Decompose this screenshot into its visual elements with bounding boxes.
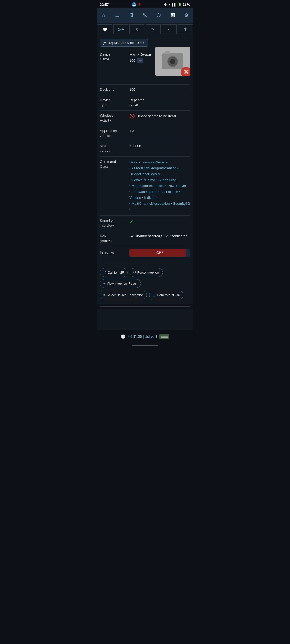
bottom-status-bar: 🕐 23:31:39 | Jobs: 1 ▬▬ — [97, 330, 193, 343]
action-buttons-row1: ↺ Call for NIF ↺ Force Interview ≡ View … — [100, 268, 190, 288]
interview-value: 93% — [129, 249, 190, 257]
device-id-value: 109 — [129, 87, 190, 92]
toolbar-config[interactable]: ⚙✦ — [113, 24, 128, 34]
gesture-bar — [97, 343, 193, 348]
battery-icon: 🔋 — [178, 3, 182, 6]
call-for-nif-button[interactable]: ↺ Call for NIF — [100, 268, 128, 277]
toolbar-scissors[interactable]: ✂ — [146, 24, 161, 34]
toolbar-terminal[interactable]: ›_ — [162, 24, 177, 34]
status-time: 23:57 — [100, 3, 109, 7]
action-buttons-container: ↺ Call for NIF ↺ Force Interview ≡ View … — [97, 264, 193, 304]
key-granted-row: Keygranted S2 Unauthenticated,S2 Authent… — [100, 231, 190, 246]
app-version-label: Applicationversion — [100, 129, 129, 138]
nav-database[interactable]: 🗄 — [124, 10, 138, 20]
sdk-version-row: SDKversion 7.11.00 — [100, 141, 190, 156]
toolbar-upload[interactable]: ⬆ — [178, 24, 193, 34]
interview-row: Interview 93% — [100, 246, 190, 259]
notification-badge: 12 — [132, 2, 136, 7]
command-class-powerlevel[interactable]: PowerLevel — [168, 184, 186, 188]
security-interview-label: Securityinterview — [100, 218, 129, 228]
command-class-indicator[interactable]: Indicator — [144, 196, 158, 200]
no-entry-icon: 🚫 — [129, 113, 135, 119]
device-type-value: Repeater Slave — [129, 98, 190, 107]
list-icon: ≡ — [103, 281, 106, 286]
clock-icon: 🕐 — [121, 334, 125, 339]
command-class-label: CommandClass — [100, 159, 129, 169]
edit-device-name-button[interactable]: ✏ — [137, 58, 143, 63]
device-type-row: DeviceType Repeater Slave — [100, 95, 190, 110]
nav-network[interactable]: ⬡ — [152, 10, 166, 20]
nav-sliders[interactable]: ⚌ — [110, 10, 124, 20]
device-name-number: 109 — [129, 58, 135, 63]
status-right: ⊖ ▼ ▌▌ 🔋 12 % — [164, 3, 190, 6]
command-class-supervision[interactable]: Supervision — [158, 178, 177, 182]
device-dropdown[interactable]: (#109) MainsDevice 109 ▼ — [100, 39, 148, 47]
device-name-value: MainsDevice 109 ✏ — [129, 52, 153, 63]
command-class-value: Basic • TransportService • AssociationGr… — [129, 159, 190, 213]
refresh2-icon: ↺ — [133, 270, 136, 275]
command-class-row: CommandClass Basic • TransportService • … — [100, 157, 190, 216]
refresh-icon: ↺ — [103, 270, 106, 275]
force-interview-button[interactable]: ↺ Force Interview — [130, 268, 163, 277]
app-version-value: 1.3 — [129, 129, 190, 133]
security-interview-value: ✓ — [129, 218, 190, 225]
interview-progress-bar: 93% — [129, 249, 190, 257]
command-class-firmwareupdate[interactable]: FirmwareUpdate — [132, 190, 157, 194]
generate-zddx-button[interactable]: ⊞ Generate ZDDX — [149, 291, 183, 299]
wireless-activity-value: 🚫 Device seems to be dead — [129, 113, 190, 119]
view-interview-result-button[interactable]: ≡ View Interview Result — [100, 279, 141, 288]
action-buttons-row2: ≡ Select Device Description ⊞ Generate Z… — [100, 291, 190, 299]
device-name-row: DeviceName MainsDevice 109 ✏ ✕ — [100, 49, 190, 85]
command-class-multichannelassociation[interactable]: MultiChannelAssociation — [132, 202, 170, 206]
command-class-manufacturerspecific[interactable]: ManufacturerSpecific — [132, 184, 164, 188]
interview-bar-label: 93% — [129, 250, 190, 255]
device-type-label: DeviceType — [100, 98, 129, 107]
nav-tools[interactable]: 🔧 — [138, 10, 152, 20]
device-name-label: DeviceName — [100, 52, 129, 62]
signal-icon: ▌▌ — [172, 3, 177, 6]
jobs-badge: ▬▬ — [160, 334, 169, 339]
toolbar-chat[interactable]: 💬 — [97, 24, 112, 34]
cmd-link-basic: Basic — [129, 160, 138, 164]
top-nav: ⌂ ⚌ 🗄 🔧 ⬡ 📊 ⚙ — [97, 8, 193, 23]
cmd-link-transport: TransportService — [141, 160, 168, 164]
error-x-icon: ✕ — [181, 67, 190, 76]
battery-percent: 12 % — [183, 3, 190, 6]
toolbar-share[interactable]: ⎋ — [129, 24, 144, 34]
command-class-zwaveplusinfo[interactable]: ZWavePlusInfo — [132, 178, 155, 182]
nav-home[interactable]: ⌂ — [97, 10, 110, 20]
device-dropdown-label: (#109) MainsDevice 109 — [103, 41, 141, 45]
device-id-label: Device Id — [100, 87, 129, 92]
camera-indicator — [137, 3, 141, 6]
command-class-deviceresetlocally[interactable]: DeviceResetLocally — [129, 172, 160, 176]
command-class-transportservice[interactable]: TransportService — [141, 160, 168, 164]
wireless-activity-label: WirelessActivity — [100, 113, 129, 123]
device-image: ✕ — [155, 47, 190, 79]
nav-chart[interactable]: 📊 — [166, 10, 179, 20]
sdk-version-label: SDKversion — [100, 144, 129, 153]
security-interview-row: Securityinterview ✓ — [100, 216, 190, 231]
status-bar: 23:57 12 ⊖ ▼ ▌▌ 🔋 12 % — [97, 0, 193, 8]
chevron-down-icon: ▼ — [142, 41, 145, 44]
security-check-icon: ✓ — [129, 219, 133, 224]
device-details-content: DeviceName MainsDevice 109 ✏ ✕ Device I — [97, 49, 193, 259]
command-class-securitys2[interactable]: SecurityS2 — [173, 202, 190, 206]
key-granted-label: Keygranted — [100, 234, 129, 243]
wireless-activity-row: WirelessActivity 🚫 Device seems to be de… — [100, 111, 190, 126]
content-divider — [100, 306, 190, 307]
key-granted-value: S2 Unauthenticated,S2 Authenticated — [129, 234, 190, 239]
app-version-row: Applicationversion 1.3 — [100, 126, 190, 141]
toolbar: 💬 ⚙✦ ⎋ ✂ ›_ ⬆ — [97, 23, 193, 36]
device-id-row: Device Id 109 — [100, 85, 190, 95]
list2-icon: ≡ — [103, 293, 106, 297]
qr-icon: ⊞ — [153, 293, 155, 297]
command-class-associationgroupinfo[interactable]: AssociationGroupInformation — [131, 166, 176, 170]
command-class-version[interactable]: Version — [129, 196, 141, 200]
command-class-basic[interactable]: Basic — [129, 160, 138, 164]
interview-label: Interview — [100, 250, 129, 255]
timestamp-label: 23:31:39 | Jobs: 1 — [128, 334, 157, 339]
select-device-description-button[interactable]: ≡ Select Device Description — [100, 291, 147, 299]
do-not-disturb-icon: ⊖ — [164, 3, 167, 6]
command-class-association[interactable]: Association — [160, 190, 178, 194]
nav-settings[interactable]: ⚙ — [180, 10, 193, 20]
